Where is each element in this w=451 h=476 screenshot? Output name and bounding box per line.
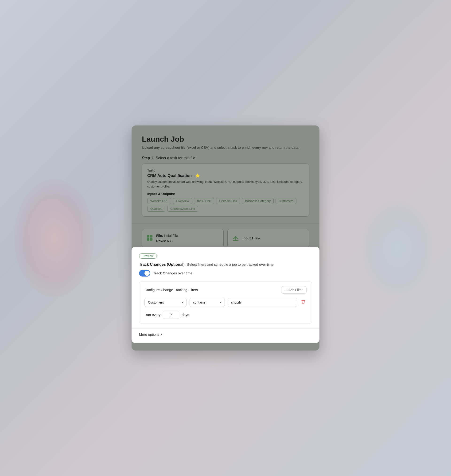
svg-rect-0 — [147, 235, 149, 238]
svg-rect-6 — [233, 238, 235, 239]
days-label: days — [182, 313, 189, 317]
track-changes-title: Track Changes (Optional) — [139, 263, 185, 266]
step1-label: Step 1 Select a task for this file: — [142, 156, 309, 160]
chevron-down-icon-2: ▾ — [220, 301, 221, 304]
run-every-label: Run every — [144, 313, 160, 317]
tag: Qualified — [147, 206, 165, 212]
add-filter-button[interactable]: + Add Filter — [281, 286, 307, 294]
file-inputs-row: File: Initial File Rows: 633 Input 1: li… — [142, 229, 309, 248]
track-changes-toggle[interactable] — [139, 270, 150, 276]
toggle-row: Track Changes over time — [139, 270, 312, 276]
preview-card: Preview Track Changes (Optional) Select … — [132, 247, 319, 343]
filter-row: Customers ▾ contains ▾ — [144, 298, 307, 307]
task-box: Task: CRM Auto Qualification - ⭐ Qualify… — [142, 163, 309, 217]
main-card: Launch Job Upload any spreadsheet file (… — [132, 125, 319, 351]
svg-rect-1 — [150, 235, 152, 238]
filter-column-value: Customers — [148, 301, 164, 304]
balance-icon — [232, 235, 239, 242]
filter-header: Configure Change Tracking Filters + Add … — [144, 286, 307, 294]
page-title: Launch Job — [142, 135, 309, 144]
svg-rect-7 — [237, 238, 238, 239]
toggle-label: Track Changes over time — [153, 271, 192, 275]
run-every-row: Run every days — [144, 311, 307, 319]
more-options-label: More options — [139, 332, 159, 336]
add-filter-label: Add Filter — [288, 288, 302, 292]
preview-badge: Preview — [139, 253, 157, 259]
svg-rect-2 — [147, 238, 149, 241]
file-box: File: Initial File Rows: 633 — [142, 229, 224, 248]
filter-operator-value: contains — [193, 301, 205, 304]
filter-column-select[interactable]: Customers ▾ — [144, 298, 187, 307]
track-changes-subtitle: Select filters and schedule a job to be … — [187, 263, 275, 266]
filter-title: Configure Change Tracking Filters — [144, 288, 198, 292]
filter-operator-select[interactable]: contains ▾ — [190, 298, 225, 307]
svg-rect-3 — [150, 238, 152, 241]
days-input[interactable] — [163, 311, 179, 319]
task-name: CRM Auto Qualification - ⭐ — [147, 173, 304, 178]
inputs-outputs-label: Inputs & Outputs: — [147, 192, 304, 196]
tag: Overview — [173, 198, 192, 204]
page-subtitle: Upload any spreadsheet file (excel or CS… — [142, 145, 309, 150]
filter-value-input[interactable] — [228, 298, 297, 307]
preview-divider — [132, 328, 319, 329]
grid-icon — [146, 234, 153, 243]
tag: Linkedin Link — [216, 198, 240, 204]
filter-section: Configure Change Tracking Filters + Add … — [139, 281, 312, 324]
track-changes-header: Track Changes (Optional) Select filters … — [139, 263, 312, 267]
delete-filter-button[interactable] — [300, 298, 307, 306]
chevron-right-icon: › — [161, 332, 162, 336]
plus-icon: + — [285, 288, 287, 292]
svg-rect-5 — [233, 240, 238, 241]
tag: Website URL — [147, 198, 171, 204]
file-info: File: Initial File Rows: 633 — [156, 233, 178, 244]
tag: Business Category — [242, 198, 274, 204]
tag: B2B / B2C — [194, 198, 214, 204]
task-description: Qualify customers via smart web crawling… — [147, 180, 304, 189]
task-label: Task: — [147, 169, 304, 172]
tags-container: Website URLOverviewB2B / B2CLinkedin Lin… — [147, 198, 304, 212]
chevron-down-icon: ▾ — [182, 301, 183, 304]
divider-1 — [132, 223, 319, 223]
tag: Careers/Jobs Link — [167, 206, 198, 212]
tag: Customers — [276, 198, 296, 204]
input-info: Input 1: link — [243, 236, 260, 241]
input-box: Input 1: link — [227, 229, 309, 248]
more-options-link[interactable]: More options › — [139, 332, 312, 336]
